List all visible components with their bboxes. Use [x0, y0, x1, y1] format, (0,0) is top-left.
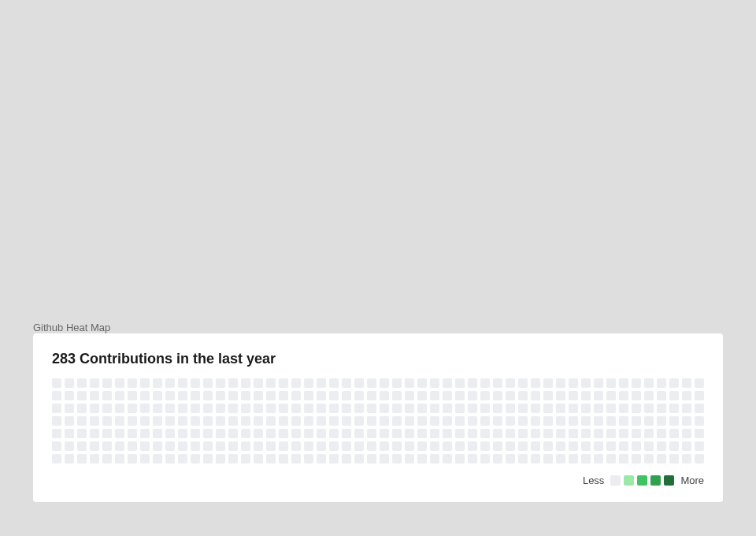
contribution-cell[interactable] [291, 378, 301, 388]
contribution-cell[interactable] [178, 454, 187, 463]
contribution-cell[interactable] [657, 378, 666, 388]
contribution-cell[interactable] [556, 391, 565, 400]
contribution-cell[interactable] [556, 454, 565, 463]
contribution-cell[interactable] [518, 416, 528, 426]
contribution-cell[interactable] [543, 441, 553, 451]
contribution-cell[interactable] [329, 391, 339, 400]
contribution-cell[interactable] [531, 378, 540, 388]
contribution-cell[interactable] [342, 416, 351, 426]
contribution-cell[interactable] [493, 404, 502, 413]
contribution-cell[interactable] [115, 454, 124, 463]
contribution-cell[interactable] [241, 391, 250, 400]
contribution-cell[interactable] [266, 429, 276, 438]
contribution-cell[interactable] [291, 391, 301, 400]
contribution-cell[interactable] [279, 454, 288, 463]
contribution-cell[interactable] [153, 378, 162, 388]
contribution-cell[interactable] [493, 454, 502, 463]
contribution-cell[interactable] [216, 391, 225, 400]
contribution-cell[interactable] [254, 404, 263, 413]
contribution-cell[interactable] [455, 441, 465, 451]
contribution-cell[interactable] [367, 454, 376, 463]
contribution-cell[interactable] [392, 378, 402, 388]
contribution-cell[interactable] [480, 416, 490, 426]
contribution-cell[interactable] [632, 429, 641, 438]
contribution-cell[interactable] [52, 454, 61, 463]
contribution-cell[interactable] [77, 404, 87, 413]
contribution-cell[interactable] [52, 429, 61, 438]
contribution-cell[interactable] [543, 404, 553, 413]
contribution-cell[interactable] [669, 404, 679, 413]
contribution-cell[interactable] [90, 454, 99, 463]
contribution-cell[interactable] [178, 416, 187, 426]
contribution-cell[interactable] [506, 404, 515, 413]
contribution-cell[interactable] [455, 391, 465, 400]
contribution-cell[interactable] [102, 391, 112, 400]
contribution-cell[interactable] [569, 416, 578, 426]
contribution-cell[interactable] [380, 454, 389, 463]
contribution-cell[interactable] [153, 429, 162, 438]
contribution-cell[interactable] [468, 416, 477, 426]
contribution-cell[interactable] [417, 454, 427, 463]
contribution-cell[interactable] [468, 454, 477, 463]
contribution-cell[interactable] [493, 416, 502, 426]
contribution-cell[interactable] [682, 429, 691, 438]
contribution-cell[interactable] [228, 416, 238, 426]
contribution-cell[interactable] [228, 429, 238, 438]
contribution-cell[interactable] [354, 404, 364, 413]
contribution-cell[interactable] [682, 454, 691, 463]
contribution-cell[interactable] [165, 378, 175, 388]
contribution-cell[interactable] [329, 429, 339, 438]
contribution-cell[interactable] [506, 378, 515, 388]
contribution-cell[interactable] [493, 378, 502, 388]
contribution-cell[interactable] [77, 429, 87, 438]
contribution-cell[interactable] [102, 441, 112, 451]
contribution-cell[interactable] [405, 404, 414, 413]
contribution-cell[interactable] [430, 454, 439, 463]
contribution-cell[interactable] [140, 391, 150, 400]
contribution-cell[interactable] [644, 378, 654, 388]
contribution-cell[interactable] [430, 441, 439, 451]
contribution-cell[interactable] [632, 404, 641, 413]
contribution-cell[interactable] [354, 416, 364, 426]
contribution-cell[interactable] [367, 391, 376, 400]
contribution-cell[interactable] [606, 378, 616, 388]
contribution-cell[interactable] [291, 441, 301, 451]
contribution-cell[interactable] [354, 441, 364, 451]
contribution-cell[interactable] [354, 378, 364, 388]
contribution-cell[interactable] [178, 429, 187, 438]
contribution-cell[interactable] [669, 441, 679, 451]
contribution-cell[interactable] [165, 429, 175, 438]
contribution-cell[interactable] [480, 378, 490, 388]
contribution-cell[interactable] [682, 378, 691, 388]
contribution-cell[interactable] [468, 378, 477, 388]
contribution-cell[interactable] [367, 416, 376, 426]
contribution-cell[interactable] [380, 429, 389, 438]
contribution-cell[interactable] [165, 454, 175, 463]
contribution-cell[interactable] [594, 378, 603, 388]
contribution-cell[interactable] [695, 404, 704, 413]
contribution-cell[interactable] [380, 391, 389, 400]
contribution-cell[interactable] [191, 404, 200, 413]
contribution-cell[interactable] [644, 404, 654, 413]
contribution-cell[interactable] [619, 378, 628, 388]
contribution-cell[interactable] [644, 391, 654, 400]
contribution-cell[interactable] [367, 429, 376, 438]
contribution-cell[interactable] [266, 454, 276, 463]
contribution-cell[interactable] [203, 378, 213, 388]
contribution-cell[interactable] [102, 429, 112, 438]
contribution-cell[interactable] [531, 429, 540, 438]
contribution-cell[interactable] [682, 391, 691, 400]
contribution-cell[interactable] [128, 454, 137, 463]
contribution-cell[interactable] [254, 378, 263, 388]
contribution-cell[interactable] [52, 378, 61, 388]
contribution-cell[interactable] [518, 404, 528, 413]
contribution-cell[interactable] [128, 441, 137, 451]
contribution-cell[interactable] [291, 454, 301, 463]
contribution-cell[interactable] [342, 454, 351, 463]
contribution-cell[interactable] [569, 454, 578, 463]
contribution-cell[interactable] [556, 429, 565, 438]
contribution-cell[interactable] [594, 416, 603, 426]
contribution-cell[interactable] [480, 391, 490, 400]
contribution-cell[interactable] [506, 416, 515, 426]
contribution-cell[interactable] [304, 441, 313, 451]
